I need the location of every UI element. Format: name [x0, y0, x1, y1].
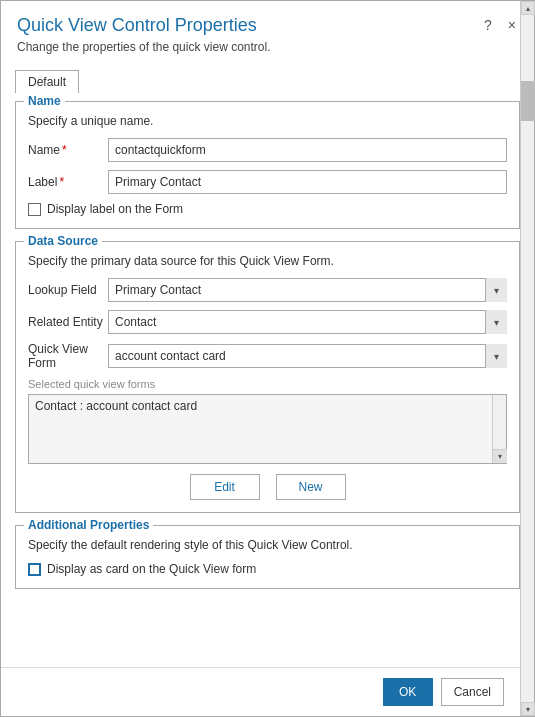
footer-buttons: OK Cancel — [1, 667, 534, 716]
cancel-button[interactable]: Cancel — [441, 678, 504, 706]
additional-desc: Specify the default rendering style of t… — [28, 538, 507, 552]
selected-forms-scroll-down-icon[interactable]: ▾ — [493, 449, 507, 463]
selected-forms-box: Contact : account contact card ▾ — [28, 394, 507, 464]
name-section-desc: Specify a unique name. — [28, 114, 507, 128]
edit-button[interactable]: Edit — [190, 474, 260, 500]
additional-section: Additional Properties Specify the defaul… — [15, 525, 520, 589]
related-entity-row: Related Entity Contact ▾ — [28, 310, 507, 334]
tab-bar: Default — [15, 70, 520, 93]
data-source-legend: Data Source — [24, 234, 102, 248]
display-label-row: Display label on the Form — [28, 202, 507, 216]
related-entity-label: Related Entity — [28, 315, 108, 329]
dialog-body: Default Name Specify a unique name. Name… — [1, 60, 534, 667]
display-card-checkbox[interactable] — [28, 563, 41, 576]
scrollbar-up-icon[interactable]: ▴ — [521, 1, 535, 15]
dialog-title: Quick View Control Properties — [17, 15, 518, 36]
action-buttons: Edit New — [28, 474, 507, 500]
quick-view-form-select[interactable]: account contact card — [108, 344, 507, 368]
lookup-field-row: Lookup Field Primary Contact ▾ — [28, 278, 507, 302]
display-card-row: Display as card on the Quick View form — [28, 562, 507, 576]
selected-forms-label: Selected quick view forms — [28, 378, 507, 390]
label-required: * — [59, 175, 64, 189]
help-button[interactable]: ? — [480, 15, 496, 35]
lookup-field-wrapper: Primary Contact ▾ — [108, 278, 507, 302]
selected-forms-scrollbar: ▾ — [492, 395, 506, 463]
name-section: Name Specify a unique name. Name* Label*… — [15, 101, 520, 229]
additional-legend: Additional Properties — [24, 518, 153, 532]
dialog-scrollbar: ▴ ▾ — [520, 1, 534, 716]
display-label-checkbox[interactable] — [28, 203, 41, 216]
scrollbar-thumb[interactable] — [521, 81, 535, 121]
label-label: Label* — [28, 175, 108, 189]
data-source-desc: Specify the primary data source for this… — [28, 254, 507, 268]
quick-view-form-wrapper: account contact card ▾ — [108, 344, 507, 368]
display-label-text: Display label on the Form — [47, 202, 183, 216]
dialog-header: Quick View Control Properties Change the… — [1, 1, 534, 60]
label-input[interactable] — [108, 170, 507, 194]
related-entity-wrapper: Contact ▾ — [108, 310, 507, 334]
close-button[interactable]: × — [504, 15, 520, 35]
name-input[interactable] — [108, 138, 507, 162]
display-card-label: Display as card on the Quick View form — [47, 562, 256, 576]
scrollbar-down-icon[interactable]: ▾ — [521, 702, 535, 716]
name-required: * — [62, 143, 67, 157]
data-source-section: Data Source Specify the primary data sou… — [15, 241, 520, 513]
quick-view-form-label: Quick View Form — [28, 342, 108, 370]
dialog-subtitle: Change the properties of the quick view … — [17, 40, 518, 54]
ok-button[interactable]: OK — [383, 678, 433, 706]
lookup-field-select[interactable]: Primary Contact — [108, 278, 507, 302]
name-label: Name* — [28, 143, 108, 157]
label-row: Label* — [28, 170, 507, 194]
related-entity-select[interactable]: Contact — [108, 310, 507, 334]
lookup-field-label: Lookup Field — [28, 283, 108, 297]
selected-forms-value: Contact : account contact card — [35, 399, 197, 413]
name-section-legend: Name — [24, 94, 65, 108]
name-row: Name* — [28, 138, 507, 162]
new-button[interactable]: New — [276, 474, 346, 500]
tab-default[interactable]: Default — [15, 70, 79, 93]
dialog-controls: ? × — [480, 15, 520, 35]
dialog: Quick View Control Properties Change the… — [0, 0, 535, 717]
quick-view-form-row: Quick View Form account contact card ▾ — [28, 342, 507, 370]
